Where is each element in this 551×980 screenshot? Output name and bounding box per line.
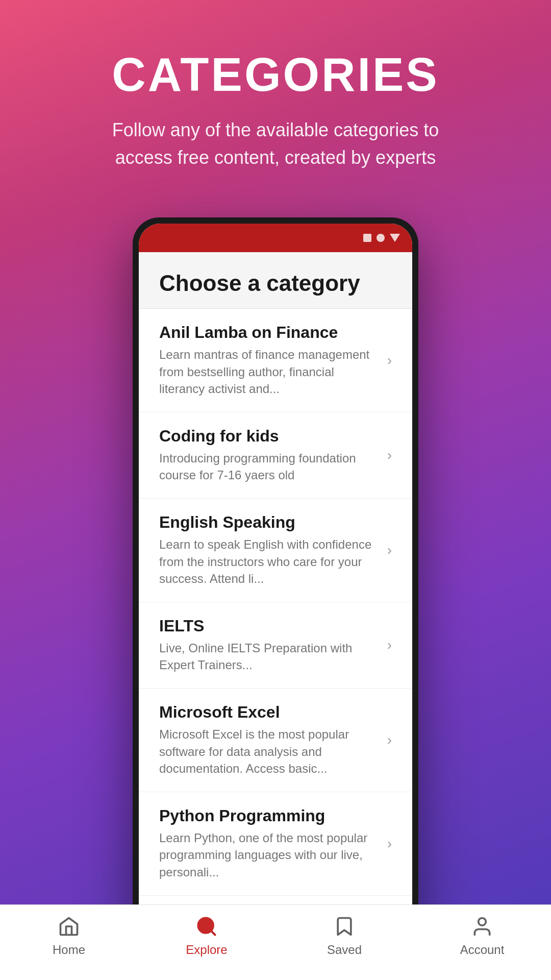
chevron-right-icon: ›	[387, 732, 392, 748]
screen-title: Choose a category	[159, 271, 392, 296]
category-desc: Live, Online IELTS Preparation with Expe…	[159, 640, 379, 674]
category-item[interactable]: English Speaking Learn to speak English …	[139, 499, 412, 602]
chevron-right-icon: ›	[387, 447, 392, 463]
header-section: CATEGORIES Follow any of the available c…	[0, 0, 551, 202]
phone-mockup-container: Choose a category Anil Lamba on Finance …	[0, 217, 551, 954]
category-name: IELTS	[159, 617, 379, 635]
category-name: Anil Lamba on Finance	[159, 323, 379, 342]
categories-list: Anil Lamba on Finance Learn mantras of f…	[139, 309, 412, 948]
chevron-right-icon: ›	[387, 542, 392, 558]
status-wifi-icon	[390, 234, 400, 242]
nav-home-label: Home	[53, 943, 85, 957]
category-name: Coding for kids	[159, 427, 379, 446]
category-desc: Learn to speak English with confidence f…	[159, 536, 379, 587]
category-item[interactable]: IELTS Live, Online IELTS Preparation wit…	[139, 602, 412, 689]
category-name: English Speaking	[159, 513, 379, 532]
category-desc: Learn mantras of finance management from…	[159, 346, 379, 398]
category-text: Python Programming Learn Python, one of …	[159, 806, 379, 881]
category-desc: Learn Python, one of the most popular pr…	[159, 829, 379, 881]
nav-account-label: Account	[460, 943, 505, 957]
nav-explore-label: Explore	[186, 943, 227, 957]
page-subtitle: Follow any of the available categories t…	[97, 116, 454, 172]
nav-account[interactable]: Account	[413, 913, 551, 957]
home-icon	[56, 913, 82, 940]
nav-explore[interactable]: Explore	[138, 913, 276, 957]
account-icon	[469, 913, 495, 940]
category-text: Anil Lamba on Finance Learn mantras of f…	[159, 323, 379, 398]
chevron-right-icon: ›	[387, 352, 392, 369]
category-name: Microsoft Excel	[159, 703, 379, 722]
category-name: Python Programming	[159, 806, 379, 825]
nav-saved-label: Saved	[327, 943, 362, 957]
category-text: IELTS Live, Online IELTS Preparation wit…	[159, 617, 379, 674]
category-desc: Microsoft Excel is the most popular soft…	[159, 726, 379, 777]
category-item[interactable]: Coding for kids Introducing programming …	[139, 412, 412, 499]
explore-icon	[193, 913, 220, 940]
status-battery-icon	[363, 234, 371, 242]
category-text: English Speaking Learn to speak English …	[159, 513, 379, 587]
phone-content: Choose a category Anil Lamba on Finance …	[139, 252, 412, 948]
nav-saved[interactable]: Saved	[276, 913, 413, 957]
status-signal-icon	[377, 234, 385, 242]
bottom-navigation: Home Explore Saved Account	[0, 904, 551, 980]
status-bar	[139, 224, 412, 252]
svg-point-2	[479, 918, 486, 926]
saved-icon	[331, 913, 358, 940]
chevron-right-icon: ›	[387, 836, 392, 852]
category-item[interactable]: Microsoft Excel Microsoft Excel is the m…	[139, 689, 412, 792]
category-text: Microsoft Excel Microsoft Excel is the m…	[159, 703, 379, 777]
nav-home[interactable]: Home	[0, 913, 138, 957]
screen-header: Choose a category	[139, 252, 412, 309]
category-text: Coding for kids Introducing programming …	[159, 427, 379, 484]
page-title: CATEGORIES	[41, 51, 510, 98]
chevron-right-icon: ›	[387, 637, 392, 653]
svg-line-1	[211, 931, 215, 935]
phone-inner: Choose a category Anil Lamba on Finance …	[139, 224, 412, 948]
phone-mockup: Choose a category Anil Lamba on Finance …	[133, 217, 418, 954]
category-item[interactable]: Python Programming Learn Python, one of …	[139, 792, 412, 896]
category-desc: Introducing programming foundation cours…	[159, 450, 379, 484]
category-item[interactable]: Anil Lamba on Finance Learn mantras of f…	[139, 309, 412, 412]
